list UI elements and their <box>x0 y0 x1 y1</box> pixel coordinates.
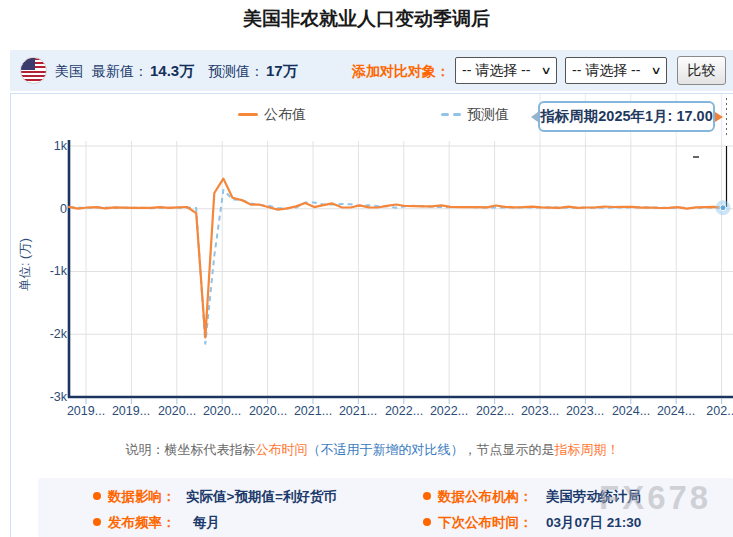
forecast-line <box>69 190 723 344</box>
header-bar: 美国 最新值： 14.3万 预测值： 17万 添加对比对象： -- 请选择 --… <box>10 50 733 91</box>
compare-select-2-value: -- 请选择 -- <box>572 58 640 83</box>
chevron-down-icon: ∨ <box>650 58 661 83</box>
chart-tooltip: 指标周期2025年1月: 17.00 <box>538 101 715 132</box>
compare-target-label: 添加对比对象： <box>352 63 450 81</box>
forecast-label: 预测值： <box>208 63 264 81</box>
compare-select-2[interactable]: -- 请选择 -- ∨ <box>565 57 667 84</box>
next-time-label: 下次公布时间： <box>438 514 533 532</box>
chevron-down-icon: ∨ <box>540 58 551 83</box>
x-tick-label: 2024... <box>653 404 699 418</box>
compare-select-1[interactable]: -- 请选择 -- ∨ <box>455 57 557 84</box>
y-tick-label: -3k <box>21 390 67 404</box>
tooltip-next-arrow-icon[interactable] <box>715 112 723 122</box>
usa-flag-icon <box>20 57 47 84</box>
bullet-icon <box>423 492 431 500</box>
agency-label: 数据公布机构： <box>438 488 533 506</box>
x-tick-label: 2020... <box>245 404 291 418</box>
forecast-value: 17万 <box>266 62 298 81</box>
frequency-value: 每月 <box>193 514 220 532</box>
y-tick-label: 1k <box>21 139 67 153</box>
note-indicator-period: 指标周期！ <box>555 442 620 457</box>
impact-value: 实际值>预期值=利好货币 <box>186 488 337 506</box>
x-tick-label: 2021... <box>290 404 336 418</box>
chart-note: 说明：横坐标代表指标公布时间（不适用于新增的对比线），节点显示的是指标周期！ <box>11 441 733 459</box>
x-tick-label: 2022... <box>426 404 472 418</box>
tooltip-text: 指标周期2025年1月: 17.00 <box>540 108 712 124</box>
note-paren: （不适用于新增的对比线） <box>308 442 464 457</box>
latest-value: 14.3万 <box>150 62 194 81</box>
x-tick-label: 2023... <box>517 404 563 418</box>
chart-canvas[interactable] <box>11 94 733 537</box>
x-tick-label: 202... <box>699 404 733 418</box>
x-tick-label: 2020... <box>154 404 200 418</box>
compare-select-1-value: -- 请选择 -- <box>462 58 530 83</box>
fx678-watermark: FX678 <box>599 479 711 517</box>
chart-container: 公布值 预测值 <box>10 93 733 537</box>
x-tick-label: 2020... <box>199 404 245 418</box>
x-tick-label: 2022... <box>381 404 427 418</box>
bullet-icon <box>423 518 431 526</box>
x-tick-label: 2023... <box>562 404 608 418</box>
note-publish-time: 公布时间 <box>256 442 308 457</box>
tooltip-prev-arrow-icon[interactable] <box>531 112 538 122</box>
x-tick-label: 2022... <box>472 404 518 418</box>
frequency-label: 发布频率： <box>108 514 176 532</box>
bullet-icon <box>93 492 101 500</box>
page-title: 美国非农就业人口变动季调后 <box>0 6 733 32</box>
y-tick-label: -2k <box>21 327 67 341</box>
x-tick-label: 2019... <box>108 404 154 418</box>
x-tick-label: 2021... <box>335 404 381 418</box>
x-tick-label: 2019... <box>63 404 109 418</box>
vertical-gridlines <box>86 141 722 397</box>
x-tick-label: 2024... <box>608 404 654 418</box>
note-middle: ，节点显示的是 <box>464 442 555 457</box>
y-axis-unit-label: 单位: (万) <box>17 210 34 320</box>
compare-button[interactable]: 比较 <box>677 56 726 85</box>
highlighted-point[interactable] <box>716 200 731 215</box>
published-line <box>69 179 723 338</box>
impact-label: 数据影响： <box>108 488 176 506</box>
latest-label: 最新值： <box>92 63 148 81</box>
horizontal-gridlines <box>69 146 733 334</box>
bullet-icon <box>93 518 101 526</box>
note-prefix: 说明：横坐标代表指标 <box>126 442 256 457</box>
country-label: 美国 <box>55 63 83 81</box>
